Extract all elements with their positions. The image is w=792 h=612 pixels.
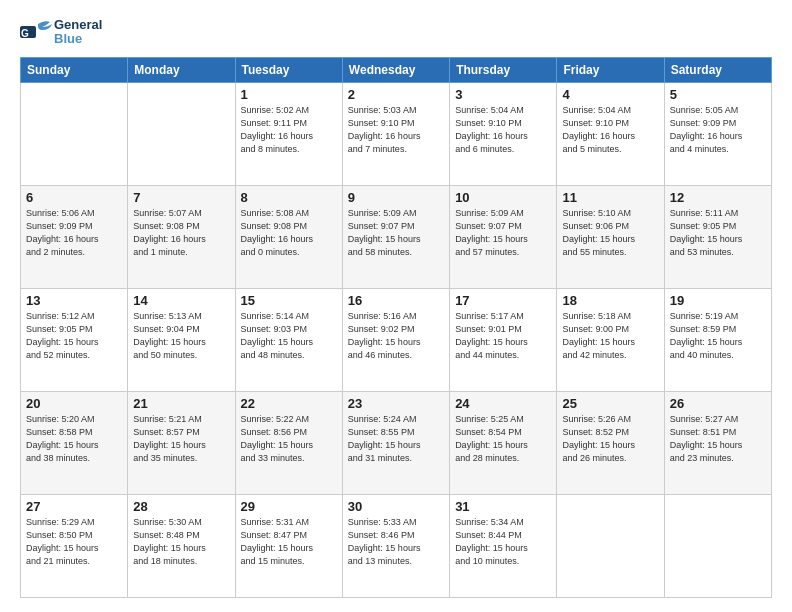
- logo: G General Blue: [20, 18, 102, 47]
- day-number: 20: [26, 396, 122, 411]
- calendar-table: Sunday Monday Tuesday Wednesday Thursday…: [20, 57, 772, 598]
- col-saturday: Saturday: [664, 57, 771, 82]
- day-info: Sunrise: 5:09 AM Sunset: 9:07 PM Dayligh…: [348, 207, 444, 259]
- col-monday: Monday: [128, 57, 235, 82]
- logo-general: General: [54, 18, 102, 32]
- calendar-cell: 21Sunrise: 5:21 AM Sunset: 8:57 PM Dayli…: [128, 391, 235, 494]
- day-number: 31: [455, 499, 551, 514]
- day-info: Sunrise: 5:04 AM Sunset: 9:10 PM Dayligh…: [455, 104, 551, 156]
- col-tuesday: Tuesday: [235, 57, 342, 82]
- calendar-cell: 3Sunrise: 5:04 AM Sunset: 9:10 PM Daylig…: [450, 82, 557, 185]
- day-info: Sunrise: 5:08 AM Sunset: 9:08 PM Dayligh…: [241, 207, 337, 259]
- calendar-cell: 31Sunrise: 5:34 AM Sunset: 8:44 PM Dayli…: [450, 494, 557, 597]
- day-number: 30: [348, 499, 444, 514]
- calendar-week-3: 13Sunrise: 5:12 AM Sunset: 9:05 PM Dayli…: [21, 288, 772, 391]
- calendar-cell: 1Sunrise: 5:02 AM Sunset: 9:11 PM Daylig…: [235, 82, 342, 185]
- calendar-cell: 22Sunrise: 5:22 AM Sunset: 8:56 PM Dayli…: [235, 391, 342, 494]
- day-number: 26: [670, 396, 766, 411]
- day-number: 18: [562, 293, 658, 308]
- day-info: Sunrise: 5:14 AM Sunset: 9:03 PM Dayligh…: [241, 310, 337, 362]
- calendar-cell: 13Sunrise: 5:12 AM Sunset: 9:05 PM Dayli…: [21, 288, 128, 391]
- day-number: 14: [133, 293, 229, 308]
- calendar-cell: 2Sunrise: 5:03 AM Sunset: 9:10 PM Daylig…: [342, 82, 449, 185]
- logo-blue: Blue: [54, 32, 102, 46]
- day-number: 6: [26, 190, 122, 205]
- col-wednesday: Wednesday: [342, 57, 449, 82]
- calendar-cell: 12Sunrise: 5:11 AM Sunset: 9:05 PM Dayli…: [664, 185, 771, 288]
- day-number: 9: [348, 190, 444, 205]
- day-number: 17: [455, 293, 551, 308]
- day-number: 3: [455, 87, 551, 102]
- calendar-cell: 25Sunrise: 5:26 AM Sunset: 8:52 PM Dayli…: [557, 391, 664, 494]
- header: G General Blue: [20, 18, 772, 47]
- day-info: Sunrise: 5:31 AM Sunset: 8:47 PM Dayligh…: [241, 516, 337, 568]
- day-number: 29: [241, 499, 337, 514]
- calendar-cell: 16Sunrise: 5:16 AM Sunset: 9:02 PM Dayli…: [342, 288, 449, 391]
- day-number: 5: [670, 87, 766, 102]
- day-info: Sunrise: 5:19 AM Sunset: 8:59 PM Dayligh…: [670, 310, 766, 362]
- calendar-cell: 7Sunrise: 5:07 AM Sunset: 9:08 PM Daylig…: [128, 185, 235, 288]
- day-info: Sunrise: 5:06 AM Sunset: 9:09 PM Dayligh…: [26, 207, 122, 259]
- day-info: Sunrise: 5:26 AM Sunset: 8:52 PM Dayligh…: [562, 413, 658, 465]
- calendar-week-5: 27Sunrise: 5:29 AM Sunset: 8:50 PM Dayli…: [21, 494, 772, 597]
- calendar-cell: 6Sunrise: 5:06 AM Sunset: 9:09 PM Daylig…: [21, 185, 128, 288]
- calendar-week-4: 20Sunrise: 5:20 AM Sunset: 8:58 PM Dayli…: [21, 391, 772, 494]
- day-info: Sunrise: 5:12 AM Sunset: 9:05 PM Dayligh…: [26, 310, 122, 362]
- calendar-cell: 17Sunrise: 5:17 AM Sunset: 9:01 PM Dayli…: [450, 288, 557, 391]
- calendar-cell: 19Sunrise: 5:19 AM Sunset: 8:59 PM Dayli…: [664, 288, 771, 391]
- calendar-week-1: 1Sunrise: 5:02 AM Sunset: 9:11 PM Daylig…: [21, 82, 772, 185]
- day-number: 10: [455, 190, 551, 205]
- day-number: 13: [26, 293, 122, 308]
- calendar-cell: 10Sunrise: 5:09 AM Sunset: 9:07 PM Dayli…: [450, 185, 557, 288]
- day-info: Sunrise: 5:07 AM Sunset: 9:08 PM Dayligh…: [133, 207, 229, 259]
- calendar-cell: 28Sunrise: 5:30 AM Sunset: 8:48 PM Dayli…: [128, 494, 235, 597]
- day-number: 24: [455, 396, 551, 411]
- calendar-cell: 18Sunrise: 5:18 AM Sunset: 9:00 PM Dayli…: [557, 288, 664, 391]
- calendar-cell: 27Sunrise: 5:29 AM Sunset: 8:50 PM Dayli…: [21, 494, 128, 597]
- day-number: 11: [562, 190, 658, 205]
- day-info: Sunrise: 5:05 AM Sunset: 9:09 PM Dayligh…: [670, 104, 766, 156]
- calendar-cell: [21, 82, 128, 185]
- calendar-cell: 15Sunrise: 5:14 AM Sunset: 9:03 PM Dayli…: [235, 288, 342, 391]
- day-number: 28: [133, 499, 229, 514]
- day-number: 4: [562, 87, 658, 102]
- day-info: Sunrise: 5:18 AM Sunset: 9:00 PM Dayligh…: [562, 310, 658, 362]
- day-number: 21: [133, 396, 229, 411]
- day-number: 8: [241, 190, 337, 205]
- day-number: 27: [26, 499, 122, 514]
- day-info: Sunrise: 5:09 AM Sunset: 9:07 PM Dayligh…: [455, 207, 551, 259]
- calendar-cell: 11Sunrise: 5:10 AM Sunset: 9:06 PM Dayli…: [557, 185, 664, 288]
- logo-icon: G: [20, 18, 52, 46]
- day-number: 12: [670, 190, 766, 205]
- day-info: Sunrise: 5:34 AM Sunset: 8:44 PM Dayligh…: [455, 516, 551, 568]
- day-info: Sunrise: 5:02 AM Sunset: 9:11 PM Dayligh…: [241, 104, 337, 156]
- day-number: 7: [133, 190, 229, 205]
- calendar-cell: [664, 494, 771, 597]
- calendar-header-row: Sunday Monday Tuesday Wednesday Thursday…: [21, 57, 772, 82]
- day-info: Sunrise: 5:33 AM Sunset: 8:46 PM Dayligh…: [348, 516, 444, 568]
- col-friday: Friday: [557, 57, 664, 82]
- calendar-cell: 9Sunrise: 5:09 AM Sunset: 9:07 PM Daylig…: [342, 185, 449, 288]
- day-info: Sunrise: 5:24 AM Sunset: 8:55 PM Dayligh…: [348, 413, 444, 465]
- day-info: Sunrise: 5:17 AM Sunset: 9:01 PM Dayligh…: [455, 310, 551, 362]
- calendar-week-2: 6Sunrise: 5:06 AM Sunset: 9:09 PM Daylig…: [21, 185, 772, 288]
- calendar-cell: 26Sunrise: 5:27 AM Sunset: 8:51 PM Dayli…: [664, 391, 771, 494]
- day-number: 19: [670, 293, 766, 308]
- day-info: Sunrise: 5:27 AM Sunset: 8:51 PM Dayligh…: [670, 413, 766, 465]
- calendar-cell: 29Sunrise: 5:31 AM Sunset: 8:47 PM Dayli…: [235, 494, 342, 597]
- calendar-cell: 5Sunrise: 5:05 AM Sunset: 9:09 PM Daylig…: [664, 82, 771, 185]
- day-info: Sunrise: 5:13 AM Sunset: 9:04 PM Dayligh…: [133, 310, 229, 362]
- day-number: 16: [348, 293, 444, 308]
- calendar-cell: [557, 494, 664, 597]
- calendar-cell: [128, 82, 235, 185]
- day-info: Sunrise: 5:03 AM Sunset: 9:10 PM Dayligh…: [348, 104, 444, 156]
- calendar-cell: 24Sunrise: 5:25 AM Sunset: 8:54 PM Dayli…: [450, 391, 557, 494]
- svg-text:G: G: [21, 28, 29, 39]
- page: G General Blue Sunday Monday Tuesday Wed…: [0, 0, 792, 612]
- day-info: Sunrise: 5:21 AM Sunset: 8:57 PM Dayligh…: [133, 413, 229, 465]
- day-number: 2: [348, 87, 444, 102]
- day-info: Sunrise: 5:11 AM Sunset: 9:05 PM Dayligh…: [670, 207, 766, 259]
- day-number: 1: [241, 87, 337, 102]
- day-info: Sunrise: 5:10 AM Sunset: 9:06 PM Dayligh…: [562, 207, 658, 259]
- day-info: Sunrise: 5:20 AM Sunset: 8:58 PM Dayligh…: [26, 413, 122, 465]
